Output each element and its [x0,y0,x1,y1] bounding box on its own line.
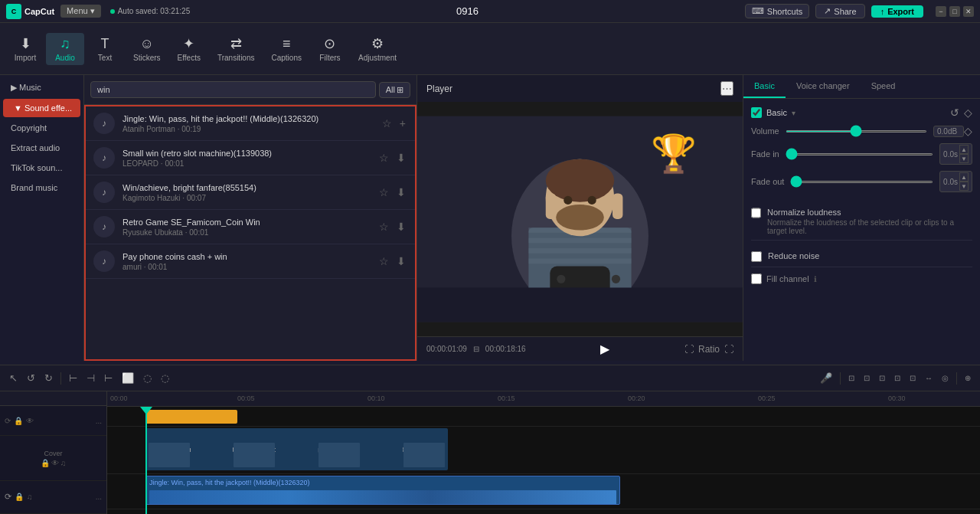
tl-ctrl-7[interactable]: ◎ [939,372,952,384]
tl-ctrl-4[interactable]: ⊡ [891,372,903,384]
play-button[interactable]: ▶ [600,342,609,356]
track-1-ctrl[interactable]: ... [96,417,102,425]
normalize-row: Normalize loudness Normalize the loudnes… [751,203,972,241]
audio-item-3[interactable]: ♪ Retro Game SE_Famicom_Coin Win Ryusuke… [86,210,415,244]
favorite-button-3[interactable]: ☆ [377,219,390,234]
maximize-button[interactable]: □ [949,6,960,17]
fade-out-up-button[interactable]: ▲ [959,172,969,182]
tl-clip-yellow[interactable] [145,410,237,424]
minimize-button[interactable]: − [936,6,946,17]
search-input[interactable] [90,81,376,98]
audio-sub-3: Ryusuke Ubukata · 00:01 [122,228,377,237]
share-label: Share [834,7,856,16]
favorite-button-1[interactable]: ☆ [377,150,390,165]
stickers-tool[interactable]: ☺ Stickers [126,33,168,65]
trim-left-button[interactable]: ⊣ [83,371,98,385]
download-button-3[interactable]: ⬇ [395,219,407,234]
mark-in-button[interactable]: ◌ [140,371,155,385]
audio-item-2[interactable]: ♪ Win/achieve, bright fanfare(855154) Ka… [86,175,415,210]
fill-channel-info-icon[interactable]: ℹ [814,275,817,283]
normalize-title: Normalize loudness [767,208,972,217]
player-menu-button[interactable]: ⋯ [720,81,733,96]
redo-button[interactable]: ↻ [41,371,56,385]
favorite-button-2[interactable]: ☆ [377,185,390,200]
sidebar-sound-effects-label: ▼ Sound effe... [14,103,72,113]
tab-speed[interactable]: Speed [861,75,906,98]
audio-item-4[interactable]: ♪ Pay phone coins cash + win amuri · 00:… [86,244,415,279]
fade-in-slider[interactable] [786,153,933,156]
tl-ctrl-6[interactable]: ↔ [922,372,936,384]
audio-item-1[interactable]: ♪ Small win (retro slot machine)(1139038… [86,141,415,175]
shortcuts-button[interactable]: ⌨ Shortcuts [745,4,809,18]
tl-clip-audio[interactable]: Jingle: Win, pass, hit the jackpot!! (Mi… [145,476,620,505]
trim-right-button[interactable]: ⊢ [101,371,116,385]
audio-item-0[interactable]: ♪ Jingle: Win, pass, hit the jackpot!! (… [86,106,415,141]
split-button[interactable]: ⊢ [66,371,80,385]
adjustment-tool[interactable]: ⚙ Adjustment [351,32,404,65]
fade-out-slider[interactable] [790,181,933,183]
main-toolbar: ⬇ Import ♫ Audio T Text ☺ Stickers ✦ Eff… [0,23,980,75]
tl-clip-video[interactable]: A excited young gamer is sitting on a co… [145,428,448,470]
delete-button[interactable]: ⬜ [119,371,137,385]
fullscreen-button[interactable]: ⛶ [724,344,733,355]
tab-basic[interactable]: Basic [743,75,786,98]
tl-ctrl-5[interactable]: ⊡ [906,372,919,384]
share-button[interactable]: ↗ Share [815,4,864,18]
close-button[interactable]: ✕ [963,6,974,17]
fill-channel-checkbox[interactable] [751,273,762,284]
crop-button[interactable]: ⛶ [684,344,694,355]
svg-point-9 [546,159,614,202]
trophy-emoji: 🏆 [651,133,697,175]
effects-tool[interactable]: ✦ Effects [170,32,208,65]
normalize-checkbox[interactable] [751,208,761,218]
reduce-noise-checkbox[interactable] [751,251,762,262]
sidebar-item-sound-effects[interactable]: ▼ Sound effe... [3,99,80,117]
audio-tool[interactable]: ♫ Audio [46,33,84,65]
text-label: Text [98,54,112,62]
fade-out-down-button[interactable]: ▼ [959,182,969,191]
volume-keyframe-button[interactable]: ◇ [964,125,972,137]
sidebar-item-extract-audio[interactable]: Extract audio [3,139,80,157]
favorite-button-4[interactable]: ☆ [377,254,390,269]
ruler-mark-3: 00:15 [498,395,515,402]
filters-tool[interactable]: ⊙ Filters [311,32,349,65]
reset-button[interactable]: ↺ [950,106,959,119]
mic-button[interactable]: 🎤 [817,371,835,385]
menu-button[interactable]: Menu ▾ [60,5,101,18]
captions-tool[interactable]: ≡ Captions [264,33,309,65]
basic-checkbox[interactable] [751,107,762,118]
export-button[interactable]: ↑ Export [871,5,923,18]
fade-in-down-button[interactable]: ▼ [959,154,969,163]
sidebar-item-brand-music[interactable]: Brand music [3,178,80,197]
import-tool[interactable]: ⬇ Import [6,32,44,65]
tl-ctrl-3[interactable]: ⊡ [876,372,888,384]
favorite-button-0[interactable]: ☆ [381,116,394,131]
undo-button[interactable]: ↺ [24,371,38,385]
sidebar-item-music[interactable]: ▶ Music [3,78,80,97]
cursor-tool-button[interactable]: ↖ [6,371,21,385]
tl-ctrl-1[interactable]: ⊡ [845,372,858,384]
transitions-tool[interactable]: ⇄ Transitions [210,32,263,65]
tl-ctrl-2[interactable]: ⊡ [861,372,873,384]
svg-rect-6 [528,248,631,254]
mark-out-button[interactable]: ◌ [158,371,172,385]
download-button-2[interactable]: ⬇ [395,185,407,200]
volume-slider[interactable] [786,130,927,133]
sidebar-item-tiktok[interactable]: TikTok soun... [3,159,80,177]
sidebar-item-copyright[interactable]: Copyright [3,119,80,137]
keyframe-button[interactable]: ◇ [964,106,972,119]
export-label: Export [887,7,914,16]
fade-in-up-button[interactable]: ▲ [959,145,969,154]
tab-voice-changer[interactable]: Voice changer [786,75,861,98]
time-separator: ⊟ [473,345,479,353]
track-3-ctrl[interactable]: ... [96,493,102,501]
download-button-4[interactable]: ⬇ [395,254,407,269]
ratio-button[interactable]: Ratio [698,344,720,355]
zoom-fit-button[interactable]: ⊕ [962,372,974,384]
download-button-1[interactable]: ⬇ [395,150,407,165]
playhead[interactable] [145,407,147,514]
filter-all-button[interactable]: All ⊞ [379,82,410,98]
add-button-0[interactable]: + [398,116,407,131]
text-tool[interactable]: T Text [86,33,124,65]
tab-speed-label: Speed [871,81,896,90]
